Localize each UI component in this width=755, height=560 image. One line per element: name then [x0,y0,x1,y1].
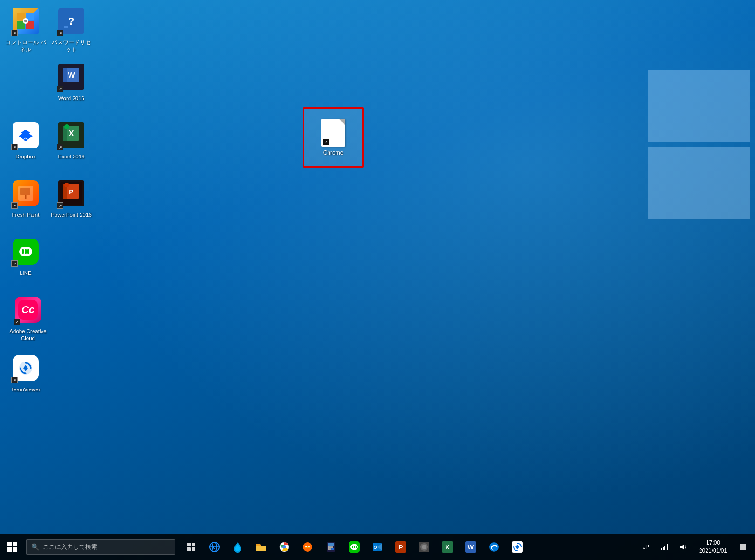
taskbar-teamviewer[interactable] [506,534,528,560]
svg-rect-64 [329,546,331,548]
desktop-icon-chrome-selected[interactable]: ↗ Chrome [303,107,364,168]
control-panel-label: コントロール パネル [5,39,47,53]
search-placeholder-text: ここに入力して検索 [43,543,97,551]
svg-rect-49 [187,547,191,551]
clock-date: 2021/01/01 [699,547,727,555]
svg-rect-92 [663,547,664,550]
tray-network[interactable] [656,539,673,555]
desktop-icon-password-reset[interactable]: ? ↗ パスワードリセット [50,5,92,53]
shortcut-arrow: ↗ [11,260,18,267]
desktop-icon-powerpoint[interactable]: P ↗ PowerPoint 2016 [50,177,92,219]
svg-rect-44 [13,542,17,546]
dropbox-label: Dropbox [15,153,35,160]
svg-text:e: e [213,545,216,550]
chrome-file-icon-wrapper: ↗ [321,119,345,147]
desktop-icon-line[interactable]: ↗ LINE [5,235,47,277]
desktop-icon-adobe-cc[interactable]: Cc ↗ Adobe Creative Cloud [5,294,51,342]
svg-text:O: O [373,545,377,550]
desktop-icon-excel[interactable]: X ↗ Excel 2016 [50,119,92,160]
taskbar-ie[interactable]: e [203,534,226,560]
start-button[interactable] [0,534,24,560]
taskbar-excel[interactable]: X [436,534,459,560]
line-label: LINE [20,270,32,277]
tray-volume[interactable] [675,539,692,555]
password-reset-label: パスワードリセット [50,39,92,53]
svg-rect-65 [331,546,333,548]
svg-rect-35 [27,249,29,254]
shortcut-arrow: ↗ [57,30,63,36]
svg-rect-48 [192,543,195,546]
svg-text:?: ? [68,15,74,27]
desktop-icon-teamviewer[interactable]: ↗ TeamViewer [5,352,47,393]
taskbar-file-explorer[interactable] [250,534,272,560]
shortcut-arrow: ↗ [11,377,18,383]
system-tray: JP 17:00 2021/01/01 [638,534,755,560]
fresh-paint-label: Fresh Paint [12,212,40,219]
svg-rect-72 [354,546,355,548]
chrome-label: Chrome [323,150,343,156]
svg-point-5 [24,20,27,22]
taskbar-chrome[interactable] [273,534,295,560]
svg-text:P: P [399,544,403,551]
taskbar-line[interactable] [343,534,365,560]
svg-point-30 [64,183,69,187]
taskbar-edge[interactable] [483,534,505,560]
taskbar-groove[interactable] [226,534,249,560]
taskbar-calculator[interactable] [320,534,342,560]
tray-language-label: JP [643,544,649,550]
svg-rect-8 [64,26,68,28]
svg-rect-62 [328,543,334,546]
taskbar-outlook[interactable]: O [366,534,389,560]
svg-point-22 [64,124,69,129]
svg-text:X: X [446,544,450,551]
shortcut-arrow: ↗ [11,202,18,209]
svg-marker-96 [680,544,684,550]
word-label: Word 2016 [58,95,84,102]
teamviewer-label: TeamViewer [11,386,40,393]
desktop-area: ↗ コントロール パネル ? ↗ パスワードリセット [0,0,755,532]
clock-time: 17:00 [706,539,720,547]
taskbar-powerpoint[interactable]: P [390,534,412,560]
svg-rect-47 [187,543,191,546]
shortcut-arrow: ↗ [57,86,63,92]
notifications-icon [740,544,746,550]
svg-point-60 [308,546,310,547]
desktop-icon-dropbox[interactable]: ↗ Dropbox [5,119,47,160]
svg-point-59 [305,546,307,547]
adobe-cc-label: Adobe Creative Cloud [7,328,49,342]
windows-start-icon [7,542,17,552]
svg-rect-71 [352,546,353,548]
tray-language[interactable]: JP [638,539,654,555]
svg-text:Cc: Cc [21,304,34,315]
svg-text:W: W [468,544,474,551]
shortcut-arrow: ↗ [57,202,63,209]
volume-icon [680,543,687,551]
desktop-icon-fresh-paint[interactable]: ↗ Fresh Paint [5,177,47,219]
taskbar-clock[interactable]: 17:00 2021/01/01 [693,534,733,560]
svg-text:P: P [69,188,73,196]
taskbar-security[interactable] [413,534,435,560]
tray-notifications[interactable] [734,539,751,555]
svg-rect-66 [328,548,329,550]
svg-rect-93 [664,546,665,550]
excel-label: Excel 2016 [58,153,85,160]
taskbar-word[interactable]: W [460,534,482,560]
taskbar-search-bar[interactable]: 🔍 ここに入力して検索 [26,539,175,555]
svg-rect-46 [13,547,17,552]
shortcut-arrow: ↗ [11,30,18,36]
svg-rect-91 [661,548,662,550]
taskbar-mixed-icon[interactable] [296,534,319,560]
svg-point-82 [422,545,426,549]
shortcut-arrow: ↗ [14,319,20,325]
svg-rect-73 [356,546,357,548]
svg-rect-94 [666,545,666,550]
powerpoint-label: PowerPoint 2016 [51,212,92,219]
taskbar-task-view[interactable] [180,534,202,560]
shortcut-arrow: ↗ [11,144,18,150]
svg-rect-33 [22,249,24,254]
desktop-icon-word[interactable]: W ↗ Word 2016 [50,61,92,102]
desktop-icon-control-panel[interactable]: ↗ コントロール パネル [5,5,47,53]
svg-rect-97 [740,544,746,550]
taskbar-pinned-icons: e [180,534,528,560]
shortcut-arrow: ↗ [57,144,63,150]
